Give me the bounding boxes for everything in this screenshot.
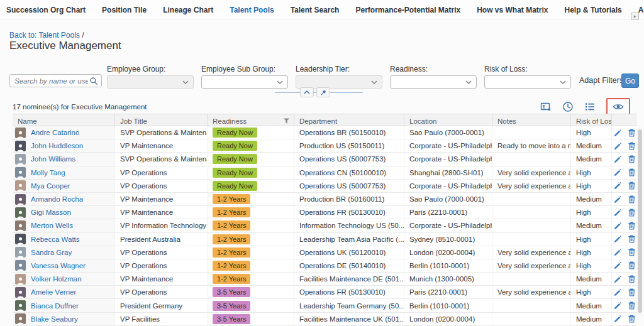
- delete-trash-icon[interactable]: [628, 275, 636, 283]
- table-row: Vanessa Wagner VP Operations 1-2 Years O…: [13, 259, 637, 273]
- nominee-name-link[interactable]: Gigi Masson: [31, 209, 71, 216]
- preview-eye-icon[interactable]: [613, 101, 624, 112]
- nav-item-succession-org-chart[interactable]: Succession Org Chart: [6, 6, 86, 14]
- edit-pencil-icon[interactable]: [614, 168, 622, 177]
- go-button[interactable]: Go: [621, 73, 639, 88]
- avatar: [15, 194, 26, 205]
- nav-item-position-tile[interactable]: Position Tile: [102, 6, 147, 14]
- history-clock-icon[interactable]: [562, 101, 574, 112]
- nominee-name-link[interactable]: Mya Cooper: [31, 182, 70, 190]
- expand-panel-icon[interactable]: [631, 13, 639, 20]
- nav-item-talent-search[interactable]: Talent Search: [291, 6, 340, 14]
- department-cell: Operations BR (50150010): [294, 126, 404, 139]
- nominee-name-link[interactable]: Armando Rocha: [31, 195, 83, 203]
- column-header-risk-of-loss[interactable]: Risk of Loss: [571, 114, 612, 126]
- risk-of-loss-cell: High: [571, 180, 612, 192]
- nominee-name-link[interactable]: John Williams: [31, 155, 75, 163]
- nav-item-lineage-chart[interactable]: Lineage Chart: [163, 6, 213, 14]
- search-icon[interactable]: [89, 77, 98, 85]
- notes-cell: Very solid experience and shou...: [492, 286, 571, 298]
- chevron-down-icon: [560, 80, 566, 84]
- column-header-location[interactable]: Location: [404, 114, 492, 126]
- department-cell: Leadership Team Asia Pacific (...: [294, 233, 404, 246]
- adapt-filters-link[interactable]: Adapt Filters: [579, 76, 623, 85]
- edit-pencil-icon[interactable]: [614, 315, 622, 323]
- edit-pencil-icon[interactable]: [614, 129, 622, 137]
- list-view-icon[interactable]: [584, 101, 596, 112]
- delete-trash-icon[interactable]: [628, 209, 636, 217]
- edit-pencil-icon[interactable]: [614, 182, 622, 190]
- column-header-notes[interactable]: Notes: [492, 114, 571, 126]
- nominee-name-link[interactable]: Bianca Duffner: [31, 302, 79, 310]
- delete-trash-icon[interactable]: [628, 142, 636, 150]
- filter-label: Leadership Tier:: [296, 65, 382, 73]
- delete-trash-icon[interactable]: [628, 155, 636, 163]
- job-title-cell: President Australia: [115, 233, 208, 246]
- readiness-badge: 1-2 Years: [213, 234, 250, 244]
- search-input[interactable]: [10, 77, 89, 85]
- edit-pencil-icon[interactable]: [614, 195, 622, 204]
- column-header-department[interactable]: Department: [294, 114, 404, 126]
- edit-pencil-icon[interactable]: [614, 261, 622, 269]
- edit-pencil-icon[interactable]: [614, 275, 622, 283]
- avatar: [15, 313, 26, 324]
- job-title-cell: VP Maintenance: [115, 193, 208, 205]
- delete-trash-icon[interactable]: [628, 235, 636, 243]
- column-header-name[interactable]: Name: [13, 114, 115, 126]
- delete-trash-icon[interactable]: [628, 129, 636, 137]
- filter-select-risk-of-loss[interactable]: [484, 75, 571, 89]
- collapse-filters-button[interactable]: [300, 87, 314, 97]
- avatar: [15, 141, 26, 151]
- nav-item-how-vs-what-matrix[interactable]: How vs What Matrix: [477, 6, 548, 14]
- notes-cell: [492, 206, 571, 219]
- delete-trash-icon[interactable]: [628, 195, 636, 204]
- vertical-scrollbar[interactable]: [638, 129, 642, 313]
- delete-trash-icon[interactable]: [628, 222, 636, 230]
- nav-item-ask-hr[interactable]: Ask HR: [638, 6, 644, 14]
- edit-pencil-icon[interactable]: [614, 209, 622, 217]
- nav-item-performance-potential-matrix[interactable]: Performance-Potential Matrix: [355, 6, 460, 14]
- pin-filters-button[interactable]: [316, 87, 330, 97]
- edit-pencil-icon[interactable]: [614, 302, 622, 310]
- risk-of-loss-cell: High: [571, 246, 612, 259]
- filter-funnel-icon[interactable]: [283, 117, 290, 124]
- edit-pencil-icon[interactable]: [614, 288, 622, 296]
- delete-trash-icon[interactable]: [628, 302, 636, 310]
- nominee-name-link[interactable]: Merton Wells: [31, 222, 73, 229]
- nominee-name-link[interactable]: Molly Tang: [31, 169, 65, 177]
- nominee-name-link[interactable]: John Huddleson: [31, 142, 83, 149]
- column-header-job-title[interactable]: Job Title: [115, 114, 208, 126]
- edit-pencil-icon[interactable]: [614, 155, 622, 163]
- nominee-name-link[interactable]: Blake Seabury: [31, 315, 78, 323]
- nominee-name-link[interactable]: Andre Catarino: [31, 129, 79, 136]
- nav-item-help-tutorials[interactable]: Help & Tutorials: [565, 6, 622, 14]
- edit-pencil-icon[interactable]: [614, 222, 622, 230]
- delete-trash-icon[interactable]: [628, 248, 636, 256]
- risk-of-loss-cell: Medium: [571, 153, 612, 165]
- readiness-badge: Ready Now: [213, 168, 257, 178]
- column-header-actions[interactable]: [612, 114, 637, 126]
- nominee-name-link[interactable]: Sandra Gray: [31, 249, 72, 256]
- delete-trash-icon[interactable]: [628, 261, 636, 269]
- delete-trash-icon[interactable]: [628, 182, 636, 190]
- add-nominee-card-icon[interactable]: [540, 101, 552, 112]
- nominee-name-link[interactable]: Volker Holzman: [31, 275, 82, 283]
- table-row: Rebecca Watts President Australia 1-2 Ye…: [13, 233, 637, 246]
- edit-pencil-icon[interactable]: [614, 248, 622, 256]
- nominee-name-link[interactable]: Vanessa Wagner: [31, 262, 86, 269]
- nav-item-talent-pools[interactable]: Talent Pools: [230, 6, 274, 14]
- department-cell: Operations UK (50120010): [294, 246, 404, 259]
- filter-select-readiness[interactable]: [390, 75, 477, 89]
- delete-trash-icon[interactable]: [628, 168, 636, 177]
- filter-select-employee-sub-group[interactable]: [201, 75, 288, 89]
- delete-trash-icon[interactable]: [628, 315, 636, 323]
- back-to-link[interactable]: Back to: Talent Pools: [9, 31, 80, 40]
- department-cell: Operations CN (50100010): [294, 166, 404, 179]
- edit-pencil-icon[interactable]: [614, 142, 622, 150]
- delete-trash-icon[interactable]: [628, 288, 636, 296]
- nominee-name-link[interactable]: Amelie Verrier: [31, 288, 76, 296]
- readiness-cell: 3-5 Years: [208, 286, 294, 298]
- column-header-readiness[interactable]: Readiness: [208, 114, 294, 126]
- edit-pencil-icon[interactable]: [614, 235, 622, 243]
- nominee-name-link[interactable]: Rebecca Watts: [31, 236, 80, 243]
